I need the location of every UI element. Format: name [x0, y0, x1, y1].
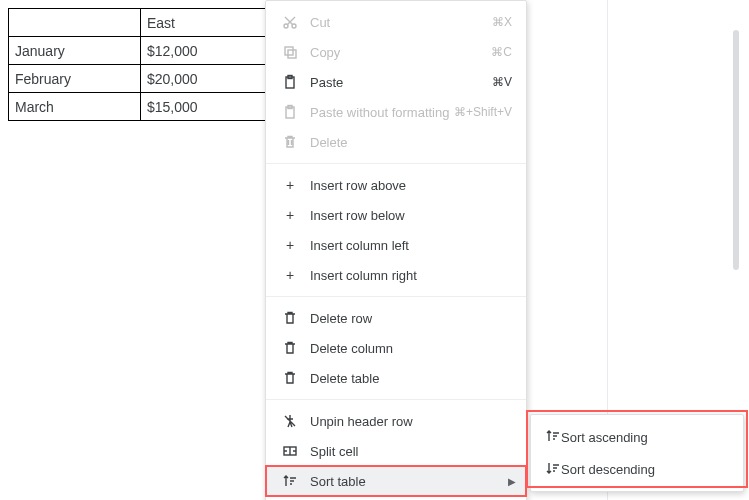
menu-separator: [266, 296, 526, 297]
menu-label: Delete: [310, 135, 512, 150]
table-cell[interactable]: January: [9, 37, 141, 65]
table-cell[interactable]: East: [140, 9, 279, 37]
menu-paste[interactable]: Paste ⌘V: [266, 67, 526, 97]
menu-label: Unpin header row: [310, 414, 512, 429]
menu-label: Sort table: [310, 474, 512, 489]
sort-desc-icon: [545, 460, 561, 479]
submenu-sort-desc[interactable]: Sort descending: [531, 453, 743, 485]
plus-icon: +: [280, 207, 300, 223]
plus-icon: +: [280, 267, 300, 283]
menu-copy[interactable]: Copy ⌘C: [266, 37, 526, 67]
menu-shortcut: ⌘V: [492, 75, 512, 89]
svg-rect-3: [288, 50, 296, 58]
menu-label: Sort descending: [561, 462, 655, 477]
svg-rect-2: [285, 47, 293, 55]
menu-label: Insert column right: [310, 268, 512, 283]
menu-label: Insert row below: [310, 208, 512, 223]
menu-split-cell[interactable]: Split cell: [266, 436, 526, 466]
menu-delete[interactable]: Delete: [266, 127, 526, 157]
submenu-sort-asc[interactable]: Sort ascending: [531, 421, 743, 453]
table-cell[interactable]: $12,000: [140, 37, 279, 65]
trash-icon: [280, 340, 300, 356]
trash-icon: [280, 370, 300, 386]
sort-submenu: Sort ascending Sort descending: [530, 414, 744, 492]
table-cell[interactable]: $15,000: [140, 93, 279, 121]
sort-asc-icon: [545, 428, 561, 447]
menu-label: Paste without formatting: [310, 105, 454, 120]
table-cell[interactable]: February: [9, 65, 141, 93]
menu-label: Delete column: [310, 341, 512, 356]
menu-paste-nofmt[interactable]: Paste without formatting ⌘+Shift+V: [266, 97, 526, 127]
menu-dist-rows[interactable]: Distribute rows: [266, 496, 526, 500]
trash-icon: [280, 310, 300, 326]
menu-label: Sort ascending: [561, 430, 648, 445]
paste-icon: [280, 74, 300, 90]
menu-label: Paste: [310, 75, 492, 90]
trash-icon: [280, 134, 300, 150]
menu-delete-col[interactable]: Delete column: [266, 333, 526, 363]
menu-insert-row-above[interactable]: + Insert row above: [266, 170, 526, 200]
cut-icon: [280, 14, 300, 30]
table-cell[interactable]: [9, 9, 141, 37]
submenu-arrow-icon: ▶: [508, 476, 516, 487]
menu-label: Insert row above: [310, 178, 512, 193]
menu-label: Delete row: [310, 311, 512, 326]
menu-separator: [266, 163, 526, 164]
table-cell[interactable]: $20,000: [140, 65, 279, 93]
plus-icon: +: [280, 237, 300, 253]
plus-icon: +: [280, 177, 300, 193]
menu-label: Split cell: [310, 444, 512, 459]
paste-plain-icon: [280, 104, 300, 120]
menu-insert-col-left[interactable]: + Insert column left: [266, 230, 526, 260]
menu-delete-row[interactable]: Delete row: [266, 303, 526, 333]
menu-insert-col-right[interactable]: + Insert column right: [266, 260, 526, 290]
split-cell-icon: [280, 443, 300, 459]
menu-separator: [266, 399, 526, 400]
menu-label: Cut: [310, 15, 492, 30]
menu-shortcut: ⌘C: [491, 45, 512, 59]
menu-shortcut: ⌘X: [492, 15, 512, 29]
unpin-icon: [280, 413, 300, 429]
menu-cut[interactable]: Cut ⌘X: [266, 7, 526, 37]
menu-sort-table[interactable]: Sort table ▶: [266, 466, 526, 496]
menu-label: Copy: [310, 45, 491, 60]
context-menu: Cut ⌘X Copy ⌘C Paste ⌘V Paste without fo…: [265, 0, 527, 500]
menu-delete-table[interactable]: Delete table: [266, 363, 526, 393]
menu-insert-row-below[interactable]: + Insert row below: [266, 200, 526, 230]
copy-icon: [280, 44, 300, 60]
menu-label: Delete table: [310, 371, 512, 386]
table-cell[interactable]: March: [9, 93, 141, 121]
sort-icon: [280, 473, 300, 489]
menu-shortcut: ⌘+Shift+V: [454, 105, 512, 119]
menu-label: Insert column left: [310, 238, 512, 253]
menu-unpin-header[interactable]: Unpin header row: [266, 406, 526, 436]
